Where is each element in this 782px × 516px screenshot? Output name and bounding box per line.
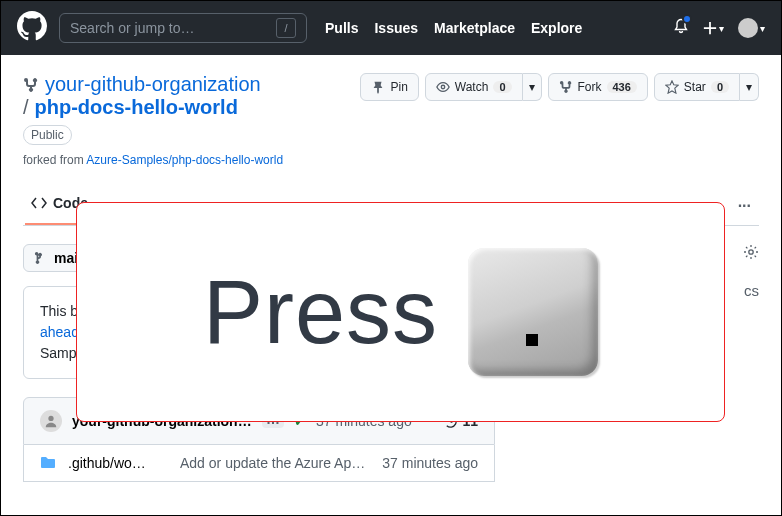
forked-from-link[interactable]: Azure-Samples/php-docs-hello-world (86, 153, 283, 167)
create-new-menu[interactable]: ▾ (703, 21, 724, 35)
pin-icon (371, 80, 385, 94)
nav-links: Pulls Issues Marketplace Explore (325, 20, 582, 36)
nav-issues[interactable]: Issues (374, 20, 418, 36)
eye-icon (436, 80, 450, 94)
repo-name-link[interactable]: php-docs-hello-world (35, 96, 238, 119)
top-right-icons: ▾ ▾ (673, 18, 765, 38)
file-row[interactable]: .github/wo… Add or update the Azure Ap… … (23, 445, 495, 482)
period-key-icon (468, 248, 598, 376)
star-button[interactable]: Star 0 (654, 73, 740, 101)
ahead-link[interactable]: ahead (40, 324, 79, 340)
file-commit-msg: Add or update the Azure Ap… (180, 455, 370, 471)
commit-avatar-icon (40, 410, 62, 432)
nav-explore[interactable]: Explore (531, 20, 582, 36)
svg-point-1 (48, 416, 53, 421)
notifications-icon[interactable] (673, 18, 689, 38)
fork-button[interactable]: Fork 436 (548, 73, 648, 101)
watch-count: 0 (493, 81, 511, 93)
notification-dot (682, 14, 692, 24)
press-key-overlay: Press (76, 202, 725, 422)
nav-pulls[interactable]: Pulls (325, 20, 358, 36)
visibility-badge: Public (23, 125, 72, 145)
search-placeholder: Search or jump to… (70, 20, 195, 36)
chevron-down-icon: ▾ (719, 23, 724, 34)
fork-count: 436 (607, 81, 637, 93)
slash-key-hint: / (276, 18, 296, 38)
folder-icon (40, 455, 56, 471)
user-menu[interactable]: ▾ (738, 18, 765, 38)
gear-icon[interactable] (743, 244, 759, 264)
star-icon (665, 80, 679, 94)
watch-menu[interactable]: ▾ (523, 73, 542, 101)
file-name: .github/wo… (68, 455, 168, 471)
tab-overflow-menu[interactable]: ··· (730, 193, 759, 219)
search-input[interactable]: Search or jump to… / (59, 13, 307, 43)
press-label: Press (203, 261, 438, 364)
repo-forked-icon (23, 77, 39, 93)
code-icon (31, 195, 47, 211)
forked-from: forked from Azure-Samples/php-docs-hello… (23, 153, 283, 167)
star-count: 0 (711, 81, 729, 93)
nav-marketplace[interactable]: Marketplace (434, 20, 515, 36)
chevron-down-icon: ▾ (529, 80, 535, 94)
svg-point-2 (749, 250, 753, 254)
github-logo[interactable] (17, 11, 47, 45)
repo-owner-link[interactable]: your-github-organization (45, 73, 261, 96)
branch-icon (34, 251, 48, 265)
watch-button[interactable]: Watch 0 (425, 73, 523, 101)
repo-actions: Pin Watch 0 ▾ Fork 436 Star 0 (360, 73, 759, 101)
svg-point-0 (441, 85, 445, 89)
chevron-down-icon: ▾ (760, 23, 765, 34)
top-nav: Search or jump to… / Pulls Issues Market… (1, 1, 781, 55)
chevron-down-icon: ▾ (746, 80, 752, 94)
star-menu[interactable]: ▾ (740, 73, 759, 101)
avatar-icon (738, 18, 758, 38)
file-time: 37 minutes ago (382, 455, 478, 471)
fork-icon (559, 80, 573, 94)
pin-button[interactable]: Pin (360, 73, 418, 101)
repo-slash: / (23, 96, 29, 119)
repo-title: your-github-organization (23, 73, 283, 96)
